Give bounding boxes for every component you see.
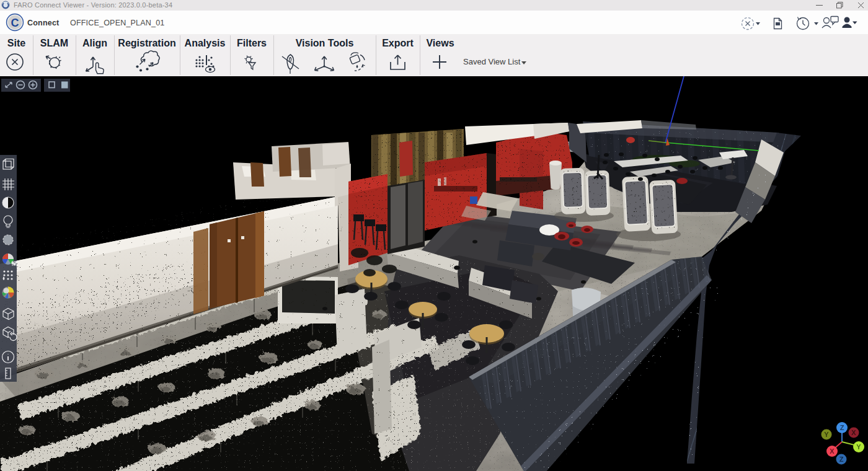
svg-text:Y: Y bbox=[856, 443, 861, 451]
svg-text:Z: Z bbox=[839, 456, 844, 463]
svg-text:Z: Z bbox=[840, 424, 844, 431]
svg-text:Saved View List: Saved View List bbox=[463, 57, 521, 66]
svg-text:Connect: Connect bbox=[27, 19, 60, 27]
svg-text:Y: Y bbox=[824, 431, 829, 438]
svg-text:OFFICE_OPEN_PLAN_01: OFFICE_OPEN_PLAN_01 bbox=[70, 19, 164, 27]
svg-text:X: X bbox=[830, 447, 835, 455]
svg-text:X: X bbox=[851, 429, 856, 436]
svg-text:C: C bbox=[11, 17, 19, 29]
